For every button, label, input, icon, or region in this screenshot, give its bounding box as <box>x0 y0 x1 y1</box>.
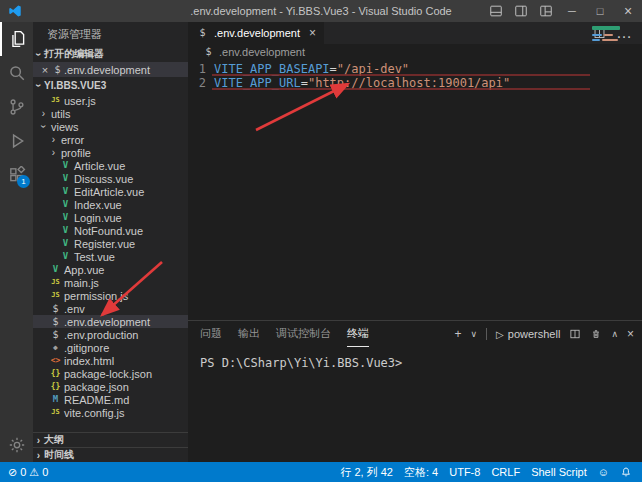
customize-layout-icon[interactable] <box>533 0 558 22</box>
tree-item-label: NotFound.vue <box>74 225 143 237</box>
kill-terminal-icon[interactable] <box>590 328 602 340</box>
panel-tab[interactable]: 终端 <box>347 321 369 347</box>
tree-item[interactable]: VNotFound.vue <box>33 224 188 237</box>
tree-item[interactable]: $.env.production <box>33 328 188 341</box>
code-area[interactable]: 1VITE_APP_BASEAPI="/api-dev"2VITE_APP_UR… <box>188 60 642 90</box>
panel-tabs: 问题输出调试控制台终端 <box>200 321 369 347</box>
env-file-icon: $ <box>51 65 64 75</box>
tree-item[interactable]: <>index.html <box>33 354 188 367</box>
tab-close-icon[interactable]: × <box>309 26 316 40</box>
chevron-right-icon: › <box>33 435 44 446</box>
tree-item-label: permission.js <box>64 290 128 302</box>
tree-item-label: App.vue <box>64 264 104 276</box>
project-header[interactable]: › YI.BBS.VUE3 <box>33 77 188 93</box>
panel-tab[interactable]: 输出 <box>238 321 260 347</box>
tree-item[interactable]: {}package-lock.json <box>33 367 188 380</box>
problems-status[interactable]: ⊘ 0 ⚠ 0 <box>8 466 48 479</box>
new-terminal-icon[interactable]: + <box>454 327 461 341</box>
tree-item-label: Test.vue <box>74 251 115 263</box>
panel-header: 问题输出调试控制台终端 + ∨ ▷ powershell ∧ × <box>188 321 642 347</box>
tab-env-development[interactable]: $ .env.development × <box>188 22 324 44</box>
tree-item[interactable]: MREADME.md <box>33 393 188 406</box>
terminal-instance[interactable]: ▷ powershell <box>496 328 560 340</box>
maximize-button[interactable]: □ <box>586 0 614 22</box>
tree-item[interactable]: $.env.development <box>33 315 188 328</box>
minimize-button[interactable]: ─ <box>558 0 586 22</box>
terminal-output[interactable]: PS D:\CSharp\Yi\Yi.BBS.Vue3> <box>188 347 642 370</box>
close-panel-icon[interactable]: × <box>627 327 634 341</box>
open-editors-label: 打开的编辑器 <box>44 47 104 61</box>
settings-gear-icon[interactable] <box>0 428 33 462</box>
vscode-logo-icon <box>8 4 22 18</box>
close-button[interactable]: × <box>614 0 642 22</box>
project-name: YI.BBS.VUE3 <box>44 80 106 91</box>
tree-item[interactable]: JSvite.config.js <box>33 406 188 419</box>
status-item[interactable]: CRLF <box>491 466 520 478</box>
tree-item-label: .gitignore <box>64 342 109 354</box>
tree-item[interactable]: ›profile <box>33 146 188 159</box>
status-item[interactable]: UTF-8 <box>449 466 480 478</box>
tree-item-label: main.js <box>64 277 99 289</box>
editor-tab-bar: $ .env.development × … <box>188 22 642 44</box>
chevron-down-icon: › <box>33 49 44 60</box>
toggle-secondary-sidebar-icon[interactable] <box>508 0 533 22</box>
tree-item[interactable]: JSpermission.js <box>33 289 188 302</box>
tree-item[interactable]: VTest.vue <box>33 250 188 263</box>
shell-name: powershell <box>508 328 561 340</box>
vue-file-icon: V <box>49 265 62 274</box>
breadcrumb-file: .env.development <box>219 46 305 58</box>
terminal-dropdown-icon[interactable]: ∨ <box>471 329 478 339</box>
panel-tab[interactable]: 问题 <box>200 321 222 347</box>
tree-item[interactable]: {}package.json <box>33 380 188 393</box>
tree-item[interactable]: VIndex.vue <box>33 198 188 211</box>
status-item[interactable]: Shell Script <box>531 466 587 478</box>
outline-header[interactable]: › 大纲 <box>33 432 188 447</box>
close-editor-icon[interactable]: × <box>39 64 51 76</box>
code-token: = <box>330 62 337 76</box>
status-item[interactable]: 空格: 4 <box>404 465 438 480</box>
minimap[interactable] <box>592 26 638 44</box>
tree-item[interactable]: ›views <box>33 120 188 133</box>
timeline-header[interactable]: › 时间线 <box>33 447 188 462</box>
chevron-right-icon: › <box>33 450 44 461</box>
tree-item[interactable]: VRegister.vue <box>33 237 188 250</box>
js-file-icon: JS <box>49 292 62 299</box>
maximize-panel-icon[interactable]: ∧ <box>611 329 618 339</box>
activity-run-debug[interactable] <box>0 124 33 158</box>
tree-item[interactable]: VEditArticle.vue <box>33 185 188 198</box>
error-count: 0 <box>20 466 26 478</box>
activity-explorer[interactable] <box>0 22 33 56</box>
feedback-smiley-icon[interactable]: ☺ <box>598 466 609 478</box>
warnings-icon: ⚠ <box>29 466 39 479</box>
open-editor-item[interactable]: × $ .env.development <box>33 62 188 77</box>
breadcrumb[interactable]: $ .env.development <box>188 44 642 60</box>
tree-item-label: vite.config.js <box>64 407 125 419</box>
tree-item-label: .env <box>64 303 85 315</box>
tree-item[interactable]: VApp.vue <box>33 263 188 276</box>
tree-item[interactable]: VDiscuss.vue <box>33 172 188 185</box>
notifications-bell-icon[interactable] <box>620 466 632 478</box>
tree-item[interactable]: JSuser.js <box>33 94 188 107</box>
activity-source-control[interactable] <box>0 90 33 124</box>
status-right-items: 行 2, 列 42空格: 4UTF-8CRLFShell Script <box>340 465 586 480</box>
tree-item[interactable]: VLogin.vue <box>33 211 188 224</box>
tree-item[interactable]: ›error <box>33 133 188 146</box>
tree-item[interactable]: VArticle.vue <box>33 159 188 172</box>
activity-extensions[interactable]: 1 <box>0 158 33 192</box>
env-file-icon: $ <box>49 304 62 314</box>
tree-item-label: README.md <box>64 394 129 406</box>
tree-item-label: .env.development <box>64 316 150 328</box>
tree-item[interactable]: ◆.gitignore <box>33 341 188 354</box>
tree-item-label: utils <box>51 108 71 120</box>
terminal-shell-icon: ▷ <box>496 329 504 340</box>
activity-search[interactable] <box>0 56 33 90</box>
tree-item[interactable]: JSmain.js <box>33 276 188 289</box>
tree-item[interactable]: ›utils <box>33 107 188 120</box>
panel-tab[interactable]: 调试控制台 <box>276 321 331 347</box>
split-terminal-icon[interactable] <box>569 328 581 340</box>
html-file-icon: <> <box>49 357 62 365</box>
open-editors-header[interactable]: › 打开的编辑器 <box>33 46 188 62</box>
tree-item[interactable]: $.env <box>33 302 188 315</box>
toggle-panel-icon[interactable] <box>483 0 508 22</box>
status-item[interactable]: 行 2, 列 42 <box>340 465 393 480</box>
